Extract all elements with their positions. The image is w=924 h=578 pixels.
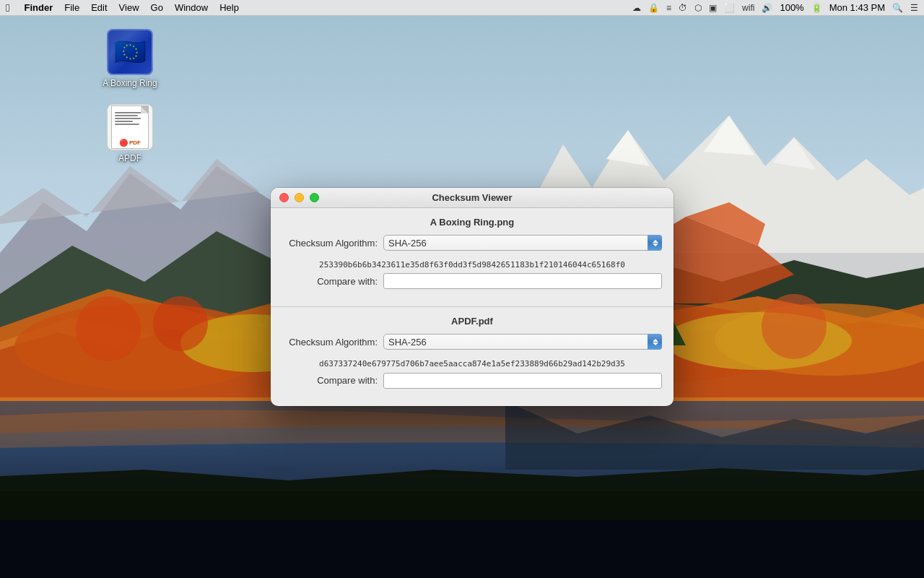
pdf-line-4	[115, 121, 133, 122]
svg-point-9	[76, 296, 141, 361]
algorithm-select-boxing-ring[interactable]: MD5 SHA-1 SHA-256 SHA-512	[383, 235, 662, 251]
maximize-button[interactable]	[310, 193, 319, 202]
pdf-line-1	[115, 112, 142, 113]
apple-menu[interactable]: 	[6, 1, 9, 14]
checksum-viewer-window: Checksum Viewer A Boxing Ring.png Checks…	[271, 188, 674, 406]
apdf-icon-label: APDF	[118, 153, 141, 165]
file-name-apdf: APDF.pdf	[282, 316, 662, 327]
bluetooth-icon[interactable]: ⬡	[694, 3, 702, 13]
compare-label-apdf: Compare with:	[282, 375, 383, 386]
desktop-icon-apdf[interactable]: 🔴 PDF APDF	[101, 104, 159, 165]
window-controls	[279, 193, 319, 202]
notification-center-icon[interactable]: ☰	[910, 3, 918, 13]
boxing-ring-icon-image	[107, 29, 153, 75]
checksum-value-boxing-ring: 253390b6b6b3423611e35d8f63f0dd3f5d984265…	[282, 256, 662, 273]
volume-icon[interactable]: 🔊	[762, 3, 772, 13]
battery-icon[interactable]: ▣	[709, 3, 717, 13]
menubar:  Finder File Edit View Go Window Help ☁…	[0, 0, 924, 16]
wifi-icon[interactable]: wifi	[742, 3, 754, 13]
file-section-boxing-ring: A Boxing Ring.png Checksum Algorithm: MD…	[271, 208, 674, 307]
desktop-icons: A Boxing Ring 🔴 PDF APDF	[101, 29, 159, 164]
airplay-icon[interactable]: ⬜	[724, 3, 735, 13]
compare-input-apdf[interactable]	[383, 373, 662, 389]
pdf-badge-text: PDF	[129, 139, 141, 146]
battery-percent: 100%	[780, 2, 803, 13]
window-menu[interactable]: Window	[175, 2, 208, 13]
algorithm-row-apdf: Checksum Algorithm: MD5 SHA-1 SHA-256 SH…	[282, 334, 662, 350]
apdf-pdf-thumbnail: 🔴 PDF	[111, 105, 149, 149]
view-menu[interactable]: View	[119, 2, 139, 13]
menu-bars-icon[interactable]: ≡	[666, 3, 671, 13]
apdf-icon-image: 🔴 PDF	[107, 104, 153, 150]
pdf-line-5	[115, 124, 139, 125]
window-titlebar: Checksum Viewer	[271, 188, 674, 208]
go-menu[interactable]: Go	[151, 2, 163, 13]
edit-menu[interactable]: Edit	[91, 2, 107, 13]
file-name-boxing-ring: A Boxing Ring.png	[282, 217, 662, 228]
minimize-button[interactable]	[295, 193, 304, 202]
help-menu[interactable]: Help	[219, 2, 239, 13]
compare-label-boxing-ring: Compare with:	[282, 276, 383, 287]
algorithm-select-wrapper-apdf: MD5 SHA-1 SHA-256 SHA-512	[383, 334, 662, 350]
svg-point-10	[153, 296, 208, 351]
pdf-line-2	[115, 115, 138, 116]
lock-icon[interactable]: 🔒	[648, 3, 659, 13]
file-menu[interactable]: File	[64, 2, 79, 13]
pdf-line-3	[115, 118, 141, 119]
datetime: Mon 1:43 PM	[829, 2, 885, 13]
icloud-icon[interactable]: ☁	[632, 3, 641, 13]
desktop-icon-boxing-ring[interactable]: A Boxing Ring	[101, 29, 159, 90]
finder-menu[interactable]: Finder	[24, 2, 53, 13]
battery-level-icon: 🔋	[811, 3, 822, 13]
boxing-ring-icon-label: A Boxing Ring	[103, 78, 157, 90]
menubar-left:  Finder File Edit View Go Window Help	[6, 1, 239, 14]
algorithm-label-apdf: Checksum Algorithm:	[282, 337, 383, 348]
svg-point-12	[762, 294, 827, 359]
window-content: A Boxing Ring.png Checksum Algorithm: MD…	[271, 208, 674, 406]
time-machine-icon[interactable]: ⏱	[679, 3, 687, 13]
compare-row-apdf: Compare with:	[282, 373, 662, 389]
algorithm-label-boxing-ring: Checksum Algorithm:	[282, 238, 383, 249]
algorithm-select-apdf[interactable]: MD5 SHA-1 SHA-256 SHA-512	[383, 334, 662, 350]
algorithm-row-boxing-ring: Checksum Algorithm: MD5 SHA-1 SHA-256 SH…	[282, 235, 662, 251]
menubar-right: ☁ 🔒 ≡ ⏱ ⬡ ▣ ⬜ wifi 🔊 100% 🔋 Mon 1:43 PM …	[632, 2, 918, 13]
algorithm-select-wrapper-boxing-ring: MD5 SHA-1 SHA-256 SHA-512	[383, 235, 662, 251]
pdf-badge-icon: 🔴	[119, 139, 128, 147]
file-section-apdf: APDF.pdf Checksum Algorithm: MD5 SHA-1 S…	[271, 307, 674, 405]
close-button[interactable]	[279, 193, 289, 202]
pdf-badge: 🔴 PDF	[119, 139, 141, 147]
pdf-lines	[115, 112, 145, 126]
compare-input-boxing-ring[interactable]	[383, 273, 662, 289]
compare-row-boxing-ring: Compare with:	[282, 273, 662, 289]
spotlight-icon[interactable]: 🔍	[892, 3, 903, 13]
checksum-value-apdf: d637337240e679775d706b7aee5aacca874e1a5e…	[282, 355, 662, 372]
window-title: Checksum Viewer	[432, 192, 512, 203]
